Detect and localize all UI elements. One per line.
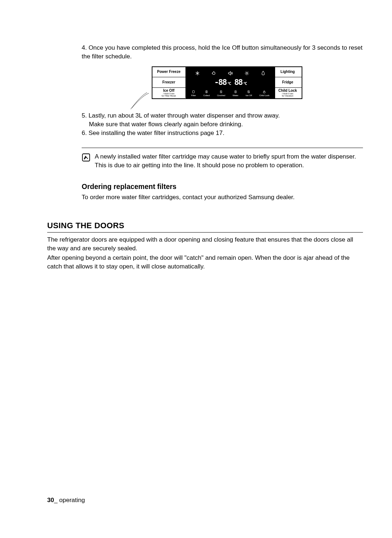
- panel-temperature-display: -88 °C 88 °C: [186, 77, 275, 88]
- step-5-line1: 5. Lastly, run about 3L of water through…: [82, 111, 363, 120]
- ice-off-button: Ice Off / Hold 3 sec for Filter Reset: [152, 88, 186, 98]
- divider: [82, 148, 363, 148]
- panel-left-col: Power Freeze Freezer Ice Off / Hold 3 se…: [152, 67, 186, 98]
- step-5-line2: Make sure that water flows clearly again…: [89, 120, 363, 129]
- doors-p1: The refrigerator doors are equipped with…: [47, 235, 363, 253]
- fridge-label: Fridge: [282, 80, 293, 85]
- svg-rect-2: [193, 91, 195, 93]
- doors-p2: After opening beyond a certain point, th…: [47, 254, 363, 271]
- panel-right-col: Lighting Fridge Child Lock / Hold 3 sec …: [274, 67, 302, 98]
- crushed-icon: [219, 90, 223, 94]
- freezer-button: Freezer: [152, 77, 186, 88]
- fridge-button: Fridge: [274, 77, 302, 88]
- fridge-temp-unit: °C: [243, 81, 246, 86]
- water-item: Water: [233, 90, 238, 97]
- control-panel-figure: Power Freeze Freezer Ice Off / Hold 3 se…: [91, 66, 363, 102]
- steps-5-6: 5. Lastly, run about 3L of water through…: [82, 111, 363, 137]
- fridge-temp: 88 °C: [234, 77, 246, 88]
- childlock-item: Child Lock: [259, 90, 269, 97]
- ice-off-sub2: for Filter Reset: [162, 95, 176, 97]
- lighting-button: Lighting: [274, 67, 302, 78]
- power-freeze-button: Power Freeze: [152, 67, 186, 78]
- crushed-item: Crushed: [217, 90, 225, 97]
- iceoff-label: Ice Off: [246, 94, 252, 97]
- socket-icon: [211, 70, 216, 75]
- light-icon: [244, 70, 249, 75]
- filter-label: Filter: [191, 94, 196, 97]
- filter-icon: [192, 90, 195, 94]
- snowflake-icon: [195, 70, 200, 75]
- panel-top-icons: [186, 67, 275, 78]
- page-footer: 30_ operating: [47, 496, 85, 505]
- iceoff-item: Ice Off: [246, 90, 252, 97]
- sound-icon: [228, 70, 233, 75]
- section-underline: [47, 232, 363, 233]
- control-panel: Power Freeze Freezer Ice Off / Hold 3 se…: [152, 66, 302, 99]
- using-doors-heading: USING THE DOORS: [47, 220, 363, 231]
- step-4-text: 4. Once you have completed this process,…: [82, 44, 363, 60]
- lock-icon: [262, 90, 266, 94]
- ordering-heading: Ordering replacement filters: [82, 182, 363, 192]
- fridge-temp-value: 88: [234, 77, 242, 88]
- note-text: A newly installed water filter cartridge…: [95, 152, 363, 170]
- childlock-sub2: for Vacation: [282, 95, 294, 97]
- water-label: Water: [233, 94, 238, 97]
- freezer-temp: -88 °C: [214, 77, 230, 88]
- filter-item: Filter: [191, 90, 196, 97]
- power-freeze-label: Power Freeze: [157, 69, 180, 74]
- cubed-label: Cubed: [203, 94, 210, 97]
- childlock-btn-label: Child Lock: [278, 89, 297, 93]
- childlock-label: Child Lock: [259, 94, 269, 97]
- freezer-temp-unit: °C: [227, 81, 230, 86]
- note-icon: [82, 153, 90, 162]
- step-6: 6. See installing the water filter instr…: [82, 129, 363, 137]
- panel-center-display: -88 °C 88 °C Filter Cubed: [186, 67, 275, 98]
- svg-rect-3: [264, 92, 265, 93]
- page-section: _ operating: [54, 497, 85, 504]
- freezer-temp-value: -88: [214, 77, 226, 88]
- svg-point-0: [213, 72, 215, 74]
- note-block: A newly installed water filter cartridge…: [82, 152, 363, 170]
- crushed-label: Crushed: [217, 94, 225, 97]
- ordering-body: To order more water filter cartridges, c…: [82, 193, 363, 202]
- cubed-icon: [205, 90, 208, 94]
- freezer-label: Freezer: [162, 80, 175, 85]
- lighting-label: Lighting: [281, 69, 295, 74]
- childlock-button: Child Lock / Hold 3 sec for Vacation: [274, 88, 302, 98]
- iceoff-icon: [247, 90, 250, 94]
- ice-off-label: Ice Off: [163, 89, 174, 93]
- step-4: 4. Once you have completed this process,…: [82, 44, 363, 61]
- panel-bottom-icons: Filter Cubed Crushed Water: [186, 88, 275, 98]
- energy-icon: [261, 70, 266, 75]
- cubed-item: Cubed: [203, 90, 210, 97]
- water-icon: [234, 90, 237, 94]
- svg-point-1: [246, 73, 248, 74]
- page-number: 30: [47, 497, 54, 504]
